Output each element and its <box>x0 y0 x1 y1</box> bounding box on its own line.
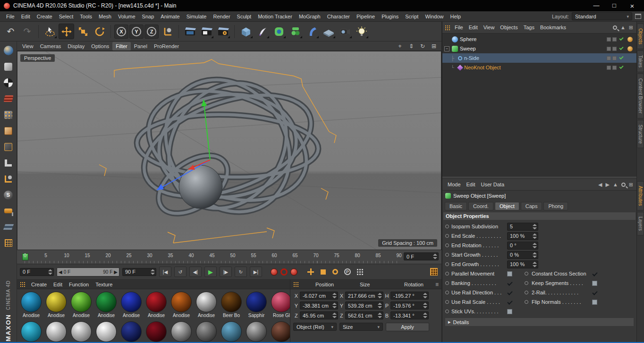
objects-menu-edit[interactable]: Edit <box>466 23 481 32</box>
edit-render-settings-button[interactable] <box>215 24 231 39</box>
material-item[interactable] <box>95 321 118 342</box>
menu-create[interactable]: Create <box>34 12 56 21</box>
menu-plugins[interactable]: Plugins <box>378 12 402 21</box>
keyframe-dot-icon[interactable] <box>445 300 449 304</box>
materials-menu-function[interactable]: Function <box>66 280 92 289</box>
panel-grid-icon[interactable] <box>445 25 450 30</box>
stepper-arrows[interactable] <box>378 313 382 318</box>
model-mode-button[interactable] <box>1 59 16 74</box>
current-frame-field[interactable]: 0 F <box>20 268 54 276</box>
attribute-value-field[interactable]: 5 <box>507 223 538 231</box>
record-keyframe-button[interactable] <box>271 268 278 276</box>
minimize-button[interactable]: — <box>588 2 604 10</box>
menu-simulate[interactable]: Simulate <box>183 12 210 21</box>
attributes-menu-edit[interactable]: Edit <box>464 180 478 189</box>
interface-icon[interactable] <box>635 14 641 19</box>
menu-animate[interactable]: Animate <box>157 12 183 21</box>
material-item[interactable] <box>145 321 168 342</box>
rotate-tool-button[interactable] <box>92 24 107 39</box>
material-item[interactable] <box>195 321 218 342</box>
axis-y-button[interactable]: Y <box>129 25 144 39</box>
stepper-arrows[interactable] <box>423 293 427 298</box>
menu-snap[interactable]: Snap <box>139 12 158 21</box>
live-selection-button[interactable] <box>42 24 58 39</box>
preview-range-slider[interactable]: ◀ 0 F 90 F ▶ <box>57 268 119 276</box>
points-mode-button[interactable] <box>1 108 16 122</box>
axis-x-button[interactable]: X <box>114 25 128 39</box>
coord-position-y-field[interactable]: -38.381 cm <box>300 301 338 310</box>
menu-window[interactable]: Window <box>422 12 447 21</box>
material-item[interactable]: Anodise <box>145 292 168 318</box>
objects-menu-tags[interactable]: Tags <box>521 23 537 32</box>
workplane-mode-button[interactable] <box>1 92 16 106</box>
stepper-arrows[interactable] <box>48 269 52 275</box>
snap-settings-button[interactable] <box>1 236 16 250</box>
texture-tag-icon[interactable] <box>627 46 633 51</box>
record-parameter-toggle[interactable]: P <box>343 267 352 276</box>
keyframe-dot-icon[interactable] <box>445 262 449 266</box>
attributes-tab-basic[interactable]: Basic <box>445 202 467 210</box>
render-to-picture-viewer-button[interactable] <box>199 24 214 39</box>
lock-icon[interactable] <box>621 183 626 187</box>
deformer-button[interactable] <box>304 24 320 39</box>
coordinate-system-button[interactable] <box>160 24 175 39</box>
object-row-neoknot-object[interactable]: └NeoKnot Object <box>442 63 636 72</box>
enable-axis-button[interactable] <box>1 172 16 186</box>
camera-button[interactable] <box>337 24 353 39</box>
redo-button[interactable]: ↷ <box>19 24 35 39</box>
stepper-arrows[interactable] <box>533 243 537 248</box>
material-item[interactable] <box>245 321 268 342</box>
panel-tab-structure[interactable]: Structure <box>637 120 644 149</box>
panel-icon[interactable]: ⊞ <box>629 25 633 31</box>
next-frame-button[interactable]: |▶ <box>220 267 232 277</box>
stepper-arrows[interactable] <box>533 234 537 239</box>
material-item[interactable] <box>20 321 42 342</box>
panel-grid-icon[interactable] <box>293 282 298 287</box>
menu-select[interactable]: Select <box>56 12 77 21</box>
object-row-sphere[interactable]: Sphere <box>442 34 636 44</box>
zoom-view-icon[interactable]: ⇕ <box>407 43 415 50</box>
menu-pipeline[interactable]: Pipeline <box>353 12 378 21</box>
menu-edit[interactable]: Edit <box>18 12 34 21</box>
keyframe-dot-icon[interactable] <box>445 253 449 257</box>
material-item[interactable] <box>70 321 93 342</box>
autokeying-button[interactable] <box>280 268 288 276</box>
panel-tab-content-browser[interactable]: Content Browser <box>637 74 644 118</box>
undo-button[interactable]: ↶ <box>3 24 18 39</box>
stepper-arrows[interactable] <box>533 262 537 267</box>
keyframe-dot-icon[interactable] <box>525 291 528 294</box>
goto-end-button[interactable]: ▶| <box>250 267 262 277</box>
checkbox[interactable] <box>507 309 512 314</box>
viewport-solo-button[interactable]: S <box>1 188 16 202</box>
coord-position-x-field[interactable]: -6.027 cm <box>300 292 338 300</box>
stepper-arrows[interactable] <box>378 303 382 308</box>
stepper-arrows[interactable] <box>151 269 155 275</box>
viewport-menu-options[interactable]: Options <box>88 42 112 50</box>
expand-toggle-icon[interactable]: − <box>444 46 449 51</box>
coord-rotation-h-field[interactable]: -195.27 ° <box>390 292 429 300</box>
checkbox[interactable] <box>592 300 597 305</box>
move-tool-button[interactable] <box>59 24 74 39</box>
menu-mograph[interactable]: MoGraph <box>296 12 324 21</box>
record-position-toggle[interactable] <box>306 267 315 276</box>
stepper-arrows[interactable] <box>332 293 337 298</box>
record-scale-toggle[interactable] <box>318 267 328 276</box>
coord-rotation-b-field[interactable]: -13.341 ° <box>390 311 429 319</box>
viewport-menu-view[interactable]: View <box>19 42 37 50</box>
keyframe-dot-icon[interactable] <box>445 310 449 313</box>
menu-volume[interactable]: Volume <box>115 12 139 21</box>
attribute-value-field[interactable]: 0 ° <box>507 242 538 250</box>
objects-menu-file[interactable]: File <box>452 23 466 32</box>
checkbox[interactable] <box>507 290 512 295</box>
menu-mesh[interactable]: Mesh <box>95 12 115 21</box>
keyframe-dot-icon[interactable] <box>445 291 449 294</box>
menu-file[interactable]: File <box>3 12 18 21</box>
enabled-check-icon[interactable] <box>619 36 623 41</box>
render-visibility-dot[interactable] <box>612 66 617 70</box>
panel-tab-layers[interactable]: Layers <box>637 212 644 235</box>
search-icon[interactable] <box>613 25 617 30</box>
menu-script[interactable]: Script <box>402 12 422 21</box>
stepper-arrows[interactable] <box>423 303 427 308</box>
environment-button[interactable] <box>321 24 336 39</box>
attributes-tab-coord[interactable]: Coord. <box>468 202 493 210</box>
